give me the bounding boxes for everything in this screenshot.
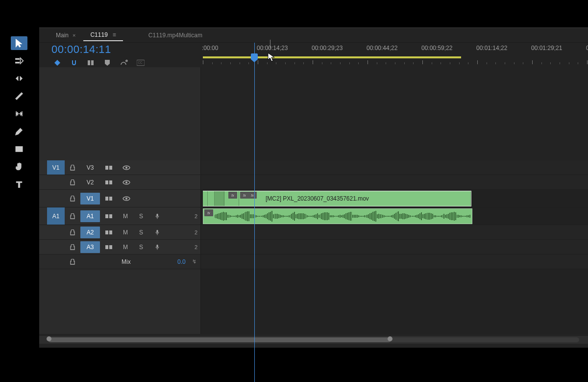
solo-a3[interactable]: S — [133, 244, 149, 251]
svg-rect-24 — [105, 245, 108, 249]
ruler-tick-label: 00:00:59;22 — [421, 45, 452, 51]
sync-lock-v1[interactable] — [100, 190, 118, 207]
source-patch-a1[interactable]: A1 — [47, 207, 65, 225]
svg-rect-5 — [88, 60, 90, 65]
lane-a3[interactable] — [201, 240, 588, 255]
eye-toggle-v3[interactable] — [118, 160, 135, 175]
work-area-bar[interactable] — [203, 56, 461, 58]
lane-v2[interactable] — [201, 175, 588, 190]
track-header-v2[interactable]: V2 — [39, 175, 200, 190]
scrollbar-left-knob[interactable] — [47, 336, 51, 341]
svg-text:CC: CC — [138, 61, 143, 64]
tab-main[interactable]: Main × — [49, 30, 82, 41]
lock-toggle-mix[interactable] — [65, 255, 80, 269]
settings-icon[interactable] — [120, 59, 128, 67]
track-target-v3[interactable]: V3 — [80, 162, 100, 174]
lane-a2[interactable] — [201, 225, 588, 240]
svg-point-14 — [125, 181, 127, 183]
time-ruler[interactable]: :00:0000:00:14;2300:00:29;2300:00:44;220… — [201, 43, 588, 67]
type-tool[interactable] — [11, 178, 27, 191]
fx-badge-icon-3[interactable]: fx — [248, 192, 257, 199]
track-header-a2[interactable]: A2 M S 2 — [39, 225, 200, 240]
linked-selection-icon[interactable] — [87, 59, 95, 67]
ruler-tick-label: 00:01: — [586, 45, 588, 51]
track-target-a3[interactable]: A3 — [80, 241, 100, 253]
eye-toggle-v1[interactable] — [118, 190, 135, 207]
timeline-horizontal-scrollbar[interactable] — [39, 336, 588, 344]
track-target-v2[interactable]: V2 — [80, 177, 100, 188]
eye-toggle-v2[interactable] — [118, 175, 135, 189]
sync-lock-a3[interactable] — [100, 240, 118, 254]
track-select-tool[interactable] — [11, 54, 27, 68]
sync-lock-v2[interactable] — [100, 175, 118, 189]
video-clip[interactable]: fx fx fx [MC2] PXL_20230607_034357621.mo… — [203, 191, 471, 206]
track-target-a1[interactable]: A1 — [80, 210, 100, 222]
razor-tool[interactable] — [11, 89, 27, 103]
track-header-v1[interactable]: V1 — [39, 190, 200, 207]
ruler-tick-label: 00:00:14;23 — [257, 45, 288, 51]
svg-rect-18 — [105, 214, 108, 218]
sync-lock-a1[interactable] — [100, 207, 118, 225]
svg-rect-25 — [109, 245, 112, 249]
scrollbar-right-knob[interactable] — [388, 336, 392, 341]
svg-rect-1 — [16, 62, 20, 64]
selection-tool[interactable] — [11, 36, 27, 50]
source-patch-v1[interactable]: V1 — [47, 160, 65, 175]
tab-c1119[interactable]: C1119 ≡ — [83, 29, 122, 41]
lock-toggle-v3[interactable] — [65, 160, 80, 175]
marker-icon[interactable] — [103, 59, 111, 67]
svg-point-17 — [125, 198, 127, 200]
svg-rect-4 — [16, 147, 22, 152]
audio-clip[interactable]: fx — [203, 208, 472, 224]
lock-toggle-v1[interactable] — [65, 190, 80, 207]
voice-a3[interactable] — [149, 244, 166, 250]
track-target-v1[interactable]: V1 — [80, 193, 100, 204]
voice-a1[interactable] — [149, 213, 166, 219]
mix-fx-icon[interactable]: ↯ — [192, 258, 196, 265]
track-target-a2[interactable]: A2 — [80, 227, 100, 238]
slip-tool[interactable] — [11, 107, 27, 121]
solo-a1[interactable]: S — [133, 213, 149, 220]
sync-lock-v3[interactable] — [100, 160, 118, 175]
tracks-container: V1 V3 V2 V1 — [39, 67, 588, 334]
mute-a3[interactable]: M — [118, 244, 133, 251]
sync-lock-a2[interactable] — [100, 225, 118, 239]
mute-a2[interactable]: M — [118, 229, 133, 236]
lock-toggle-a1[interactable] — [65, 207, 80, 225]
track-header-mix[interactable]: Mix 0.0 ↯ — [39, 255, 200, 269]
track-lanes[interactable]: fx fx fx [MC2] PXL_20230607_034357621.mo… — [201, 67, 588, 334]
track-header-a1[interactable]: A1 A1 M S 2 — [39, 207, 200, 225]
track-header-v3[interactable]: V1 V3 — [39, 160, 200, 175]
tab-main-close-icon[interactable]: × — [73, 32, 75, 38]
ripple-edit-tool[interactable] — [11, 72, 27, 85]
fx-badge-icon-2[interactable]: fx — [228, 192, 237, 199]
clip-label: [MC2] PXL_20230607_034357621.mov — [262, 191, 369, 206]
current-timecode[interactable]: 00:00:14:11 — [51, 43, 201, 56]
lane-mix[interactable] — [201, 255, 588, 269]
track-header-a3[interactable]: A3 M S 2 — [39, 240, 200, 255]
captions-icon[interactable]: CC — [137, 59, 145, 67]
tab-c1119-label: C1119 — [90, 31, 107, 38]
insert-mode-icon[interactable] — [53, 59, 61, 67]
hand-tool[interactable] — [11, 160, 27, 174]
voice-a2[interactable] — [149, 229, 166, 235]
svg-rect-20 — [157, 213, 158, 216]
playhead-handle[interactable] — [251, 53, 258, 59]
lock-toggle-a2[interactable] — [65, 225, 80, 239]
mute-a1[interactable]: M — [118, 213, 133, 220]
pen-tool[interactable] — [11, 125, 27, 138]
lock-toggle-v2[interactable] — [65, 175, 80, 189]
channel-count-a2: 2 — [185, 229, 197, 235]
lane-v3[interactable] — [201, 160, 588, 175]
rectangle-tool[interactable] — [11, 142, 27, 156]
mix-value[interactable]: 0.0 — [177, 258, 186, 265]
svg-rect-16 — [109, 197, 112, 201]
tab-multicam[interactable]: C1119.mp4Multicam — [144, 30, 207, 41]
lock-toggle-a3[interactable] — [65, 240, 80, 254]
solo-a2[interactable]: S — [133, 229, 149, 236]
track-headers: V1 V3 V2 V1 — [39, 67, 201, 334]
tab-c1119-menu-icon[interactable]: ≡ — [113, 31, 116, 38]
snap-icon[interactable] — [70, 59, 78, 67]
audio-fx-badge-icon[interactable]: fx — [204, 209, 213, 216]
tab-main-label: Main — [56, 32, 69, 39]
